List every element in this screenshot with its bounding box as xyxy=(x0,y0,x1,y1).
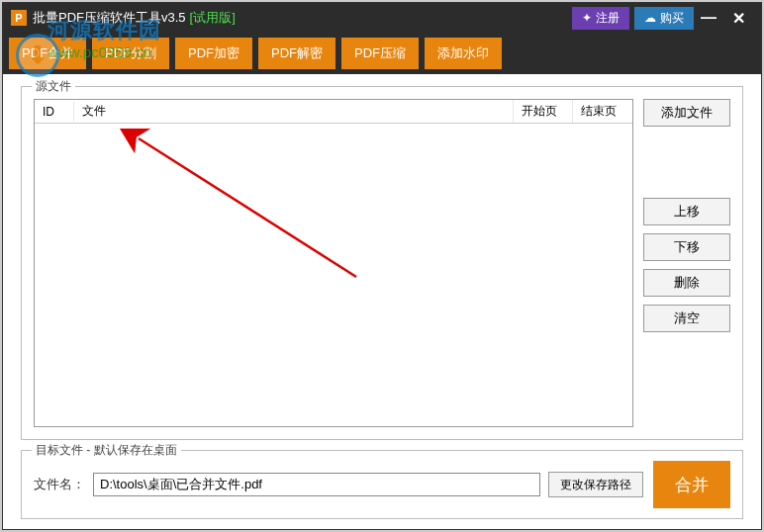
buy-icon: ☁ xyxy=(644,11,656,25)
trial-badge: [试用版] xyxy=(190,9,236,27)
col-end[interactable]: 结束页 xyxy=(573,100,632,123)
target-group-title: 目标文件 - 默认保存在桌面 xyxy=(32,442,181,459)
buy-button[interactable]: ☁ 购买 xyxy=(634,7,694,30)
table-body[interactable] xyxy=(35,124,632,426)
tab-compress[interactable]: PDF压缩 xyxy=(341,38,419,69)
window-title: 批量PDF压缩软件工具v3.5 xyxy=(33,9,186,27)
register-icon: ✦ xyxy=(582,11,592,25)
titlebar: P 批量PDF压缩软件工具v3.5 [试用版] ✦ 注册 ☁ 购买 — ✕ xyxy=(3,3,761,33)
register-label: 注册 xyxy=(596,10,620,27)
add-file-button[interactable]: 添加文件 xyxy=(643,99,730,127)
svg-line-0 xyxy=(139,138,356,277)
clear-button[interactable]: 清空 xyxy=(643,305,730,332)
content-area: 源文件 ID 文件 开始页 结束页 xyxy=(3,74,761,529)
app-window: P 批量PDF压缩软件工具v3.5 [试用版] ✦ 注册 ☁ 购买 — ✕ PD… xyxy=(2,2,762,530)
tab-encrypt[interactable]: PDF加密 xyxy=(175,38,252,69)
filename-label: 文件名： xyxy=(34,476,85,493)
tab-watermark[interactable]: 添加水印 xyxy=(425,38,502,69)
target-file-group: 目标文件 - 默认保存在桌面 文件名： 更改保存路径 合并 xyxy=(21,450,743,519)
move-down-button[interactable]: 下移 xyxy=(643,233,730,261)
move-up-button[interactable]: 上移 xyxy=(643,198,730,225)
source-group-title: 源文件 xyxy=(32,78,75,95)
col-id[interactable]: ID xyxy=(35,102,74,122)
close-button[interactable]: ✕ xyxy=(723,9,753,28)
filename-input[interactable] xyxy=(93,473,540,496)
toolbar: PDF合并 PDF分割 PDF加密 PDF解密 PDF压缩 添加水印 xyxy=(3,33,761,74)
col-start[interactable]: 开始页 xyxy=(514,100,573,123)
tab-split[interactable]: PDF分割 xyxy=(92,38,169,69)
side-buttons: 添加文件 上移 下移 删除 清空 xyxy=(643,99,730,427)
minimize-button[interactable]: — xyxy=(694,9,723,27)
source-files-group: 源文件 ID 文件 开始页 结束页 xyxy=(21,86,743,440)
annotation-arrow-icon xyxy=(119,129,376,307)
table-header: ID 文件 开始页 结束页 xyxy=(35,100,632,124)
file-table[interactable]: ID 文件 开始页 结束页 xyxy=(34,99,633,427)
change-path-button[interactable]: 更改保存路径 xyxy=(548,472,643,497)
buy-label: 购买 xyxy=(660,10,684,27)
merge-button[interactable]: 合并 xyxy=(653,461,730,508)
register-button[interactable]: ✦ 注册 xyxy=(572,7,629,30)
app-logo-icon: P xyxy=(11,10,27,26)
tab-decrypt[interactable]: PDF解密 xyxy=(258,38,335,69)
tab-merge[interactable]: PDF合并 xyxy=(9,38,86,69)
delete-button[interactable]: 删除 xyxy=(643,269,730,297)
col-file[interactable]: 文件 xyxy=(74,100,514,123)
